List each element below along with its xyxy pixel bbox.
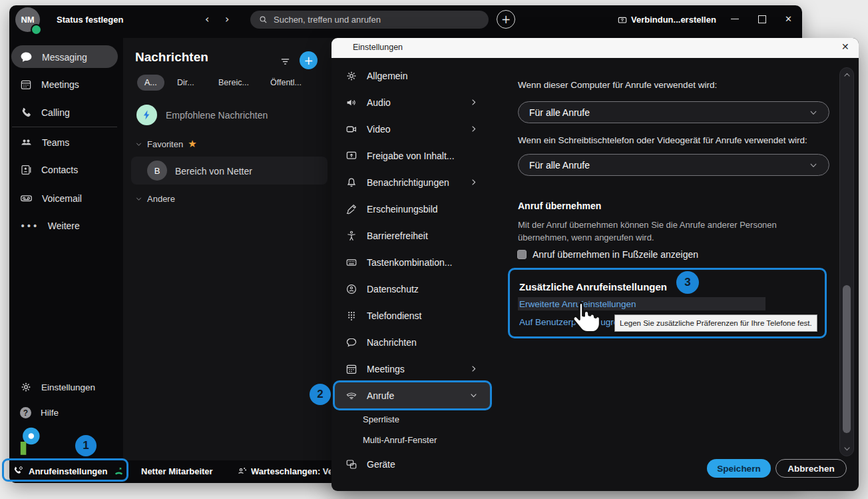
call-pickup-checkbox[interactable] — [517, 250, 527, 259]
chevron-down-icon — [809, 161, 818, 170]
badge-number: 1 — [83, 439, 89, 452]
scroll-up-icon[interactable] — [843, 71, 851, 79]
settings-menu-phone-service[interactable]: Telefondienst — [345, 302, 485, 329]
call-pickup-checkbox-label[interactable]: Anruf übernehmen in Fußzeile anzeigen — [533, 249, 698, 260]
settings-menu-meetings[interactable]: Meetings — [345, 356, 485, 382]
search-placeholder: Suchen, treffen und anrufen — [274, 15, 381, 25]
settings-close-icon[interactable]: ✕ — [841, 41, 849, 52]
sidebar-item-more[interactable]: ••• Weitere — [20, 221, 80, 231]
sidebar-item-messaging[interactable]: Messaging — [20, 51, 87, 63]
tab-spaces[interactable]: Bereic... — [218, 75, 249, 91]
sidebar-item-help[interactable]: ? Hilfe — [20, 407, 59, 418]
privacy-icon — [345, 283, 357, 295]
settings-menu-accessibility[interactable]: Barrierefreiheit — [345, 223, 485, 249]
annotation-step-3: 3 — [676, 271, 699, 294]
bolt-icon — [141, 109, 152, 121]
status-set-label[interactable]: Status festlegen — [57, 15, 123, 25]
search-input[interactable]: Suchen, treffen und anrufen — [250, 11, 489, 29]
voicemail-icon — [20, 192, 33, 205]
chat-bubble-icon — [20, 51, 33, 63]
tab-direct[interactable]: Dir... — [177, 75, 194, 91]
camera-icon — [345, 123, 357, 135]
tab-all[interactable]: A... — [137, 75, 164, 91]
settings-menu-devices[interactable]: Geräte — [345, 451, 485, 478]
sidebar-item-contacts[interactable]: Contacts — [20, 164, 78, 176]
settings-dialog-title: Einstellungen — [353, 43, 403, 52]
scrollbar-thumb[interactable] — [843, 285, 851, 433]
bell-icon — [345, 177, 357, 189]
accessibility-icon — [345, 230, 357, 242]
settings-submenu-blocklist[interactable]: Sperrliste — [363, 414, 399, 424]
tooltip: Legen Sie zusätzliche Präferenzen für Ih… — [614, 314, 817, 332]
minimize-button[interactable] — [731, 13, 739, 19]
suggested-messages-item[interactable]: Empfohlene Nachrichten — [166, 110, 268, 121]
settings-menu-messages[interactable]: Nachrichten — [345, 329, 485, 356]
maximize-button[interactable] — [758, 15, 766, 23]
chevron-right-icon — [469, 364, 478, 373]
space-avatar: B — [147, 161, 167, 181]
menu-label: Geräte — [367, 459, 395, 470]
connect-device-label[interactable]: Verbindun...erstellen — [631, 15, 716, 25]
new-message-button[interactable]: + — [300, 51, 318, 69]
menu-label: Meetings — [367, 364, 405, 374]
settings-menu-appearance[interactable]: Erscheinungsbild — [345, 196, 485, 223]
settings-menu-notifications[interactable]: Benachrichtigungen — [345, 169, 485, 196]
others-section[interactable]: Andere — [135, 194, 175, 204]
sidebar-item-calling[interactable]: Calling — [20, 107, 70, 119]
sidebar-item-teams[interactable]: Teams — [20, 136, 69, 149]
select-value: Für alle Anrufe — [529, 160, 590, 171]
calendar-icon — [345, 363, 357, 375]
computer-calls-select[interactable]: Für alle Anrufe — [518, 101, 829, 123]
nav-forward-icon[interactable]: › — [225, 14, 229, 25]
settings-menu-shortcuts[interactable]: Tastenkombination... — [345, 249, 485, 276]
nav-back-icon[interactable]: ‹ — [205, 14, 209, 25]
annotation-step-2: 2 — [310, 384, 331, 405]
sidebar-item-meetings[interactable]: Meetings — [20, 79, 79, 91]
close-button[interactable]: ✕ — [785, 14, 792, 24]
people-icon — [20, 136, 33, 149]
scroll-down-icon[interactable] — [843, 444, 851, 453]
devices-icon — [345, 458, 357, 470]
desk-phone-calls-select[interactable]: Für alle Anrufe — [518, 154, 829, 176]
gear-icon — [345, 70, 357, 82]
save-button[interactable]: Speichern — [707, 459, 771, 478]
sidebar-item-label: Weitere — [48, 221, 80, 231]
tab-public[interactable]: Öffentl... — [270, 75, 302, 91]
menu-label: Allgemein — [367, 71, 407, 81]
ellipsis-icon: ••• — [20, 221, 39, 231]
space-list-item[interactable]: Bereich von Netter — [175, 166, 252, 177]
hand-cursor-icon — [566, 300, 602, 338]
calendar-icon — [20, 79, 32, 91]
settings-submenu-multi-call-window[interactable]: Multi-Anruf-Fenster — [363, 435, 437, 445]
connect-device-icon — [617, 15, 628, 26]
tab-label: Bereic... — [218, 78, 249, 87]
sidebar-item-label: Voicemail — [42, 193, 82, 204]
sidebar-item-voicemail[interactable]: Voicemail — [20, 192, 82, 205]
badge-number: 3 — [684, 276, 690, 289]
settings-menu-calls[interactable]: Anrufe — [345, 382, 485, 409]
chevron-down-icon — [469, 391, 478, 400]
settings-menu-sharing[interactable]: Freigabe von Inhalt... — [345, 143, 485, 169]
menu-label: Freigabe von Inhalt... — [367, 151, 455, 161]
settings-menu-video[interactable]: Video — [345, 116, 485, 143]
call-pickup-icon — [113, 466, 124, 477]
settings-menu-audio[interactable]: Audio — [345, 89, 485, 116]
menu-label: Audio — [367, 97, 391, 108]
sidebar-item-settings[interactable]: Einstellungen — [20, 381, 95, 393]
settings-menu-privacy[interactable]: Datenschutz — [345, 276, 485, 302]
call-settings-button[interactable]: Anrufeinstellungen — [29, 466, 107, 476]
sidebar-item-label: Einstellungen — [41, 382, 95, 392]
call-settings-icon — [13, 465, 24, 476]
add-button[interactable]: + — [497, 10, 515, 29]
tab-label: Öffentl... — [270, 78, 302, 87]
chevron-down-icon — [809, 108, 818, 117]
cancel-button[interactable]: Abbrechen — [775, 459, 847, 478]
section-label: Favoriten — [147, 139, 183, 149]
filter-icon[interactable] — [280, 56, 291, 67]
speaker-icon — [345, 97, 357, 109]
menu-label: Nachrichten — [367, 337, 417, 348]
settings-menu-general[interactable]: Allgemein — [345, 63, 485, 89]
queues-status[interactable]: Warteschlangen: Ve — [251, 466, 331, 476]
call-pickup-desc-line2: übernehmen, wenn angerufen wird. — [518, 233, 654, 243]
favorites-section[interactable]: Favoriten ★ — [135, 138, 197, 150]
